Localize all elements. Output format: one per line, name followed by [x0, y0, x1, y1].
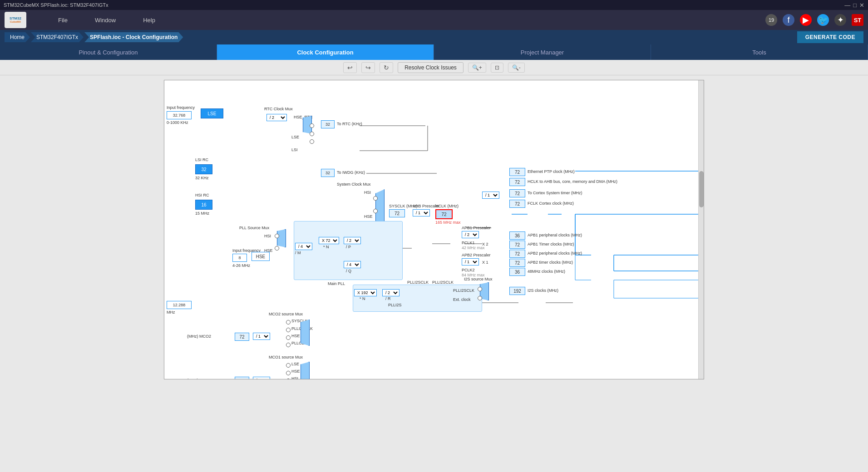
apb2-timer-label: APB2 timer clocks (MHz): [528, 260, 573, 265]
lse-label: LSE: [291, 135, 299, 139]
hclk-val[interactable]: 72: [435, 209, 453, 219]
pll-m-select[interactable]: / 4: [295, 243, 312, 250]
input-freq-lse-value[interactable]: 32.768: [167, 111, 192, 119]
help-menu[interactable]: Help: [129, 13, 169, 27]
i2s-clk-label: I2S clocks (MHz): [528, 288, 558, 293]
hclk-ahb-val: 72: [509, 178, 525, 186]
pll-q-label: / Q: [346, 269, 351, 273]
sysclk-val[interactable]: 72: [389, 209, 405, 217]
mco2-circle2: [286, 328, 291, 332]
sys-circle1: [373, 196, 378, 201]
pll-q-select[interactable]: / 4: [344, 261, 361, 268]
hse-sys-label: HSE: [364, 214, 373, 219]
mco2-div-select[interactable]: / 1: [253, 333, 270, 340]
generate-code-button[interactable]: GENERATE CODE: [797, 31, 863, 43]
ahb-prescaler-select[interactable]: / 1: [413, 209, 430, 216]
zoom-in-button[interactable]: 🔍+: [468, 63, 486, 73]
youtube-icon[interactable]: ▶: [800, 14, 812, 26]
mco2-hse-label: HSE: [291, 334, 300, 338]
pll-p-select[interactable]: / 2: [344, 237, 361, 244]
mco1-lse-label: LSE: [291, 362, 299, 366]
twitter-icon[interactable]: 🐦: [817, 14, 829, 26]
window-controls[interactable]: — □ ✕: [844, 2, 864, 9]
apb2-timer-val: 72: [509, 259, 525, 267]
i2s-source-mux-label: I2S source Mux: [464, 277, 493, 281]
pclk1-max: 42 MHz max: [462, 246, 485, 250]
tabbar: Pinout & Configuration Clock Configurati…: [0, 44, 868, 60]
rtc-circle3: [310, 139, 314, 144]
scrollbar-thumb[interactable]: [699, 171, 704, 207]
pll-n-select[interactable]: X 72: [319, 237, 339, 244]
plli2s-r-label: / R: [385, 296, 391, 301]
mco2-circle1: [286, 320, 291, 324]
fclk-label: FCLK Cortex clock (MHz): [528, 201, 574, 206]
mco1-div-select[interactable]: / 1: [253, 377, 270, 379]
mco2-source-mux-label: MCO2 source Mux: [269, 312, 303, 316]
cortex-timer-label: To Cortex System timer (MHz): [528, 191, 582, 195]
st-icon[interactable]: ST: [852, 14, 863, 26]
eth-ptp-label: Ethernet PTP clock (MHz): [528, 169, 575, 174]
i2s-circle1: [478, 287, 482, 291]
zoom-out-button[interactable]: 🔍-: [508, 63, 525, 73]
plli2s-r-select[interactable]: / 2: [382, 289, 399, 296]
tab-project[interactable]: Project Manager: [434, 44, 651, 60]
mco2-mux[interactable]: [301, 320, 310, 346]
breadcrumb-home[interactable]: Home: [5, 32, 30, 42]
apb1-timer-mul-label: X 2: [482, 242, 488, 246]
hsi-block: 16: [195, 200, 212, 210]
pll-src-circle2: [275, 246, 279, 251]
window-menu[interactable]: Window: [81, 13, 129, 27]
apb1-timer-val: 72: [509, 241, 525, 249]
ext-clock-label: Ext. clock: [453, 297, 471, 302]
hsi-pll-label: HSI: [264, 234, 271, 238]
facebook-icon[interactable]: f: [783, 14, 794, 26]
star-icon[interactable]: ✦: [834, 14, 846, 26]
apb1-clk-label: APB1 peripheral clocks (MHz): [528, 233, 582, 237]
input-freq-hse-val[interactable]: 8: [232, 254, 247, 262]
freq-range-hse: 4-26 MHz: [232, 263, 250, 268]
lsi-freq-label: 32 KHz: [195, 176, 209, 180]
mco1-mux[interactable]: [301, 362, 310, 379]
file-menu[interactable]: File: [44, 13, 81, 27]
minimize-button[interactable]: —: [844, 2, 850, 9]
hse-rtc-div-select[interactable]: / 2: [266, 114, 287, 121]
hclk-ahb-label: HCLK to AHB bus, core, memory and DMA (M…: [528, 179, 617, 184]
pll-source-mux[interactable]: [277, 229, 286, 247]
redo-button[interactable]: ↪: [361, 62, 375, 73]
system-clock-mux-label: System Clock Mux: [337, 182, 371, 187]
hse-block: HSE: [252, 252, 270, 261]
breadcrumb-device[interactable]: STM32F407IGTx: [31, 32, 84, 42]
apb2-timer-mul-label: X 1: [482, 260, 488, 265]
clock-diagram[interactable]: Input frequency 32.768 0-1000 KHz LSE LS…: [164, 80, 704, 379]
tab-clock[interactable]: Clock Configuration: [217, 44, 434, 60]
plli2s-n-select[interactable]: X 192: [354, 289, 377, 296]
breadcrumb-config[interactable]: SPFlash.ioc - Clock Configuration: [84, 32, 183, 42]
mhz48-label: 48MHz clocks (MHz): [528, 269, 565, 274]
version-badge: 19: [765, 14, 777, 26]
undo-button[interactable]: ↩: [343, 62, 357, 73]
social-icons: 19 f ▶ 🐦 ✦ ST: [765, 14, 863, 26]
tab-pinout[interactable]: Pinout & Configuration: [0, 44, 217, 60]
mco2-val: 72: [235, 333, 249, 341]
apb2-clk-val: 72: [509, 250, 525, 258]
plli2sclk-mux-label: PLLI2SCLK: [453, 288, 474, 293]
refresh-button[interactable]: ↻: [380, 62, 393, 73]
pll-source-mux-label: PLL Source Mux: [239, 226, 269, 230]
logo: STM32 CubeMX: [5, 12, 26, 28]
fit-button[interactable]: ⊡: [491, 63, 503, 73]
apb1-prescaler-select[interactable]: / 2: [462, 231, 479, 238]
apb1-prescaler-label: APB1 Prescaler: [462, 226, 491, 230]
input-freq-12-val[interactable]: 12.288: [167, 301, 192, 309]
apb2-prescaler-select[interactable]: / 1: [462, 258, 479, 266]
resolve-clock-button[interactable]: Resolve Clock Issues: [398, 62, 464, 73]
input-freq-12-label: MHz: [167, 310, 175, 315]
i2s-clk-val: 192: [509, 287, 525, 295]
menu-items: File Window Help: [44, 13, 765, 27]
cortex-timer-div-select[interactable]: / 1: [482, 192, 499, 199]
mco1-hsi-label: HSI: [291, 376, 298, 379]
vertical-scrollbar[interactable]: [698, 80, 704, 379]
maximize-button[interactable]: □: [853, 2, 857, 9]
pll-m-label: / M: [295, 251, 301, 255]
tab-tools[interactable]: Tools: [651, 44, 868, 60]
close-button[interactable]: ✕: [859, 2, 864, 9]
